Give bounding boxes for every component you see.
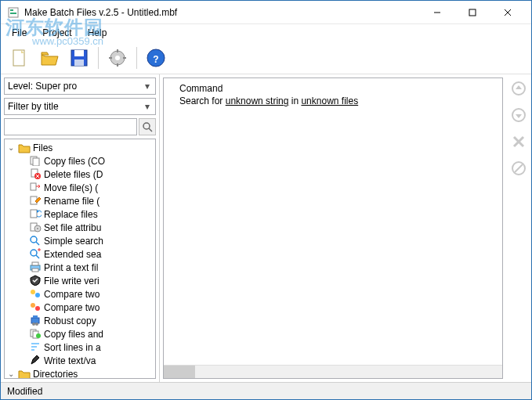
search-icon [29, 235, 42, 247]
new-button[interactable] [7, 45, 32, 70]
copy-plus-icon [29, 328, 42, 341]
tree-label: Print a text fil [44, 262, 98, 273]
command-header: Command [164, 78, 502, 95]
command-text: Search for unknown string in unknown fil… [164, 95, 502, 106]
rename-icon [29, 195, 42, 207]
search-row [4, 118, 156, 135]
svg-rect-2 [10, 13, 16, 14]
level-label: Level: Super pro [8, 81, 77, 92]
collapse-icon[interactable]: ⌄ [6, 143, 16, 152]
menu-file[interactable]: File [5, 26, 33, 40]
svg-point-48 [35, 323, 38, 326]
window-title: Make Batch Files v.2.5 - Untitled.mbf [24, 7, 419, 18]
command-link-files[interactable]: unknown files [301, 95, 358, 106]
tree-label: Directories [33, 369, 78, 380]
replace-icon [29, 208, 42, 221]
svg-point-42 [31, 290, 35, 294]
svg-rect-49 [33, 315, 38, 318]
level-combo[interactable]: Level: Super pro ▾ [4, 77, 156, 95]
svg-point-47 [32, 323, 35, 326]
pen-icon [29, 355, 42, 367]
menu-project[interactable]: Project [36, 26, 78, 40]
editor-body[interactable] [164, 106, 502, 365]
menu-help[interactable]: Help [81, 26, 114, 40]
move-down-button[interactable] [509, 106, 528, 124]
svg-line-61 [515, 164, 523, 172]
maximize-button[interactable] [454, 2, 490, 23]
tree-item[interactable]: Delete files (D [5, 168, 155, 181]
tree-label: Simple search [44, 236, 103, 247]
minimize-button[interactable] [419, 2, 454, 23]
svg-point-43 [35, 293, 40, 297]
tree-label: Sort lines in a [44, 342, 101, 353]
move-icon [29, 182, 42, 194]
tree-item[interactable]: Copy files (CO [5, 154, 155, 168]
svg-rect-9 [74, 50, 84, 56]
right-toolbar [506, 74, 531, 382]
tree-label: Delete files (D [44, 169, 103, 180]
tree-root-directories[interactable]: ⌄ Directories [5, 367, 155, 379]
tree-item[interactable]: File write veri [5, 274, 155, 287]
folder-icon [18, 142, 31, 154]
svg-point-35 [31, 250, 37, 256]
tree-label: Compare two [44, 302, 100, 313]
toolbar-separator [136, 47, 137, 69]
search-button[interactable] [139, 118, 156, 135]
close-button[interactable] [490, 2, 525, 23]
open-button[interactable] [37, 45, 62, 70]
svg-point-19 [143, 123, 150, 129]
delete-item-button[interactable] [509, 132, 528, 151]
command-tree[interactable]: ⌄ Files Copy files (CO Delete files (D M… [4, 139, 156, 379]
command-text-part: Search for [179, 95, 226, 106]
horizontal-scrollbar[interactable] [164, 365, 502, 378]
tree-label: Copy files and [44, 329, 103, 340]
svg-rect-22 [33, 158, 39, 166]
tree-label: Copy files (CO [44, 156, 105, 167]
tree-label: Files [33, 142, 52, 153]
move-up-button[interactable] [509, 79, 528, 98]
tree-item[interactable]: Write text/va [5, 354, 155, 367]
tree-item[interactable]: Simple search [5, 234, 155, 247]
tree-label: Move file(s) ( [44, 182, 98, 193]
copy-icon [29, 155, 42, 168]
command-link-string[interactable]: unknown string [226, 95, 289, 106]
tree-label: Compare two [44, 289, 100, 300]
scrollbar-thumb[interactable] [164, 366, 195, 378]
search-input[interactable] [4, 118, 137, 135]
app-icon [7, 6, 20, 19]
scrollbar-track[interactable] [164, 366, 489, 378]
tree-item[interactable]: Set file attribu [5, 221, 155, 234]
command-editor[interactable]: Command Search for unknown string in unk… [163, 77, 503, 379]
tree-item[interactable]: Copy files and [5, 327, 155, 341]
status-text: Modified [7, 386, 42, 397]
filter-label: Filter by title [8, 101, 59, 112]
tree-item[interactable]: Rename file ( [5, 194, 155, 207]
svg-rect-41 [32, 268, 38, 272]
svg-rect-40 [32, 262, 38, 265]
tree-label: Extended sea [44, 249, 101, 260]
svg-point-32 [37, 228, 38, 229]
help-button[interactable]: ? [143, 45, 168, 70]
svg-rect-4 [469, 9, 476, 16]
tree-item[interactable]: Replace files [5, 207, 155, 221]
tree-root-files[interactable]: ⌄ Files [5, 141, 155, 154]
collapse-icon[interactable]: ⌄ [6, 369, 16, 378]
save-button[interactable] [67, 45, 92, 70]
tree-item[interactable]: Compare two [5, 287, 155, 301]
disable-item-button[interactable] [509, 159, 528, 178]
tree-item[interactable]: Extended sea [5, 247, 155, 261]
svg-point-52 [36, 333, 41, 338]
svg-rect-27 [31, 183, 36, 190]
tree-item[interactable]: Sort lines in a [5, 341, 155, 354]
tree-item[interactable]: Print a text fil [5, 261, 155, 274]
tree-item[interactable]: Compare two [5, 301, 155, 314]
sort-icon [29, 341, 42, 354]
tree-label: Set file attribu [44, 222, 101, 233]
tree-item[interactable]: Robust copy [5, 314, 155, 327]
tree-item[interactable]: Move file(s) ( [5, 181, 155, 194]
svg-text:?: ? [153, 54, 158, 65]
search-plus-icon [29, 248, 42, 261]
settings-button[interactable] [105, 45, 130, 70]
toolbar-separator [98, 47, 99, 69]
filter-combo[interactable]: Filter by title ▾ [4, 98, 156, 115]
